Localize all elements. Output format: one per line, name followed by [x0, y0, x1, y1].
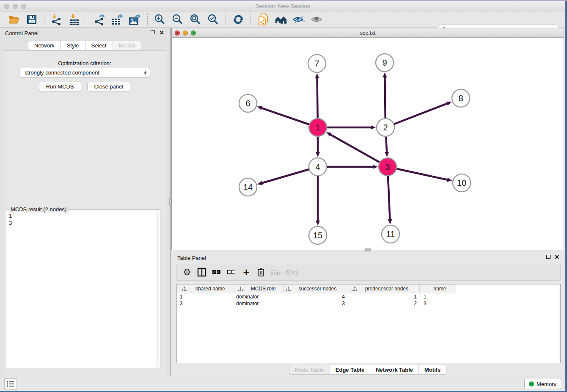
table-cell[interactable]: 3 — [420, 300, 456, 307]
svg-text:7: 7 — [314, 59, 319, 68]
close-panel-button[interactable]: Close panel — [87, 82, 131, 91]
graph-node-14[interactable]: 14 — [239, 178, 257, 196]
main-titlebar: Session: New Session — [0, 1, 565, 11]
graph-node-11[interactable]: 11 — [382, 225, 399, 243]
column-visibility-icon[interactable] — [196, 266, 208, 278]
tab-motifs[interactable]: Motifs — [419, 365, 446, 375]
graph-node-4[interactable]: 4 — [309, 158, 327, 176]
graph-node-7[interactable]: 7 — [308, 55, 326, 72]
first-neighbors-icon[interactable] — [275, 13, 287, 26]
float-table-panel-icon[interactable] — [546, 254, 550, 259]
network-window-title: scc.txt — [172, 28, 564, 38]
table-toolbar: ⚙ ✓✓ + f(x) — [176, 264, 561, 281]
graph-node-6[interactable]: 6 — [239, 94, 257, 112]
apply-layout-icon[interactable] — [232, 13, 245, 26]
window-controls — [4, 4, 26, 9]
memory-button[interactable]: Memory — [524, 379, 561, 389]
svg-text:1: 1 — [315, 123, 320, 132]
network-maximize-icon[interactable]: + — [191, 30, 196, 36]
table-cell[interactable]: 1 — [420, 293, 456, 300]
window-title: Session: New Session — [0, 1, 565, 11]
tab-network-table[interactable]: Network Table — [370, 365, 419, 375]
edge-2-8[interactable] — [385, 103, 447, 127]
network-window-titlebar[interactable]: ✕ − + scc.txt — [172, 28, 564, 38]
show-all-icon[interactable] — [310, 13, 323, 26]
optimization-criterion-label: Optimization criterion: — [3, 60, 166, 66]
zoom-in-icon[interactable] — [154, 13, 166, 26]
graph-node-2[interactable]: 2 — [377, 119, 394, 136]
column-header-MCDS-role[interactable]: MCDS role — [234, 284, 284, 293]
minimize-window-button[interactable] — [13, 4, 18, 9]
result-scrollbar[interactable] — [157, 210, 160, 367]
select-all-rows-icon[interactable]: ✓✓ — [211, 266, 223, 278]
graph-node-15[interactable]: 15 — [309, 226, 327, 244]
column-header-shared-name[interactable]: shared name — [177, 284, 234, 293]
close-panel-icon[interactable]: ✕ — [159, 30, 164, 35]
tab-network[interactable]: Network — [28, 41, 61, 50]
tab-edge-table[interactable]: Edge Table — [330, 365, 370, 375]
export-network-icon[interactable] — [93, 13, 106, 26]
table-cell[interactable]: 3 — [284, 300, 350, 307]
tab-select[interactable]: Select — [85, 41, 113, 50]
svg-text:8: 8 — [458, 94, 463, 103]
table-cell[interactable]: 4 — [284, 293, 350, 300]
graph-node-9[interactable]: 9 — [376, 54, 394, 72]
table-cell[interactable]: dominator — [234, 300, 284, 307]
tab-mcds[interactable]: MCDS — [113, 41, 141, 50]
table-cell[interactable]: 2 — [350, 300, 420, 307]
network-minimize-icon[interactable]: − — [183, 30, 188, 36]
edge-3-1[interactable] — [330, 135, 388, 167]
import-table-icon[interactable] — [68, 13, 81, 26]
column-header-successor-nodes[interactable]: successor nodes — [284, 284, 350, 293]
run-mcds-button[interactable]: Run MCDS — [39, 82, 81, 91]
table-body: 1dominator4113dominator323 — [177, 293, 560, 307]
status-bar: Memory — [0, 376, 565, 391]
zoom-out-icon[interactable] — [171, 13, 184, 26]
mcds-result-box: MCDS result (2 nodes) 13 — [6, 210, 160, 368]
table-settings-icon[interactable]: ⚙ — [181, 266, 193, 278]
delete-table-icon-disabled — [270, 266, 282, 278]
graph-node-3[interactable]: 3 — [379, 158, 396, 176]
export-table-icon[interactable] — [111, 13, 124, 26]
column-header-name[interactable]: name — [420, 284, 456, 293]
open-file-icon[interactable] — [8, 13, 20, 26]
table-scrollbar[interactable] — [557, 285, 560, 362]
criterion-value: strongly connected component — [25, 69, 99, 76]
network-canvas[interactable]: 7968124314101511 — [172, 38, 564, 250]
svg-text:11: 11 — [386, 229, 395, 239]
table-cell[interactable]: 3 — [177, 300, 234, 307]
close-table-panel-icon[interactable]: ✕ — [554, 254, 559, 259]
criterion-select[interactable]: strongly connected component ▲▼ — [19, 68, 150, 77]
table-row[interactable]: 3dominator323 — [177, 300, 456, 307]
float-panel-icon[interactable] — [151, 30, 155, 35]
column-header-predecessor-nodes[interactable]: predecessor nodes — [350, 284, 420, 293]
export-image-icon[interactable] — [129, 13, 141, 26]
mcds-result-list[interactable]: 13 — [9, 211, 156, 367]
task-history-button[interactable] — [4, 378, 17, 389]
create-column-icon[interactable]: + — [240, 266, 252, 278]
zoom-fit-icon[interactable] — [189, 13, 202, 26]
maximize-window-button[interactable] — [21, 4, 26, 9]
tab-style[interactable]: Style — [61, 41, 85, 50]
close-window-button[interactable] — [4, 4, 9, 9]
network-close-icon[interactable]: ✕ — [175, 30, 180, 36]
main-toolbar — [0, 11, 565, 28]
table-cell[interactable]: dominator — [234, 293, 284, 300]
splitter-handle[interactable] — [364, 250, 371, 251]
graph-node-8[interactable]: 8 — [452, 89, 470, 107]
save-session-icon[interactable] — [25, 13, 38, 26]
table-cell[interactable]: 1 — [177, 293, 234, 300]
import-network-icon[interactable] — [50, 13, 63, 26]
toolbar-separator — [226, 13, 226, 26]
table-row[interactable]: 1dominator411 — [177, 293, 456, 300]
delete-column-icon[interactable] — [255, 266, 267, 278]
zoom-selected-icon[interactable] — [207, 13, 220, 26]
table-cell[interactable]: 1 — [350, 293, 420, 300]
deselect-all-rows-icon[interactable] — [226, 266, 237, 278]
toolbar-separator — [147, 13, 148, 26]
graph-node-1[interactable]: 1 — [309, 119, 327, 136]
graph-node-10[interactable]: 10 — [453, 174, 471, 192]
tab-node-table[interactable]: Node Table — [289, 365, 330, 375]
hide-selected-icon[interactable] — [292, 13, 305, 26]
new-network-from-selection-icon[interactable] — [257, 13, 270, 26]
